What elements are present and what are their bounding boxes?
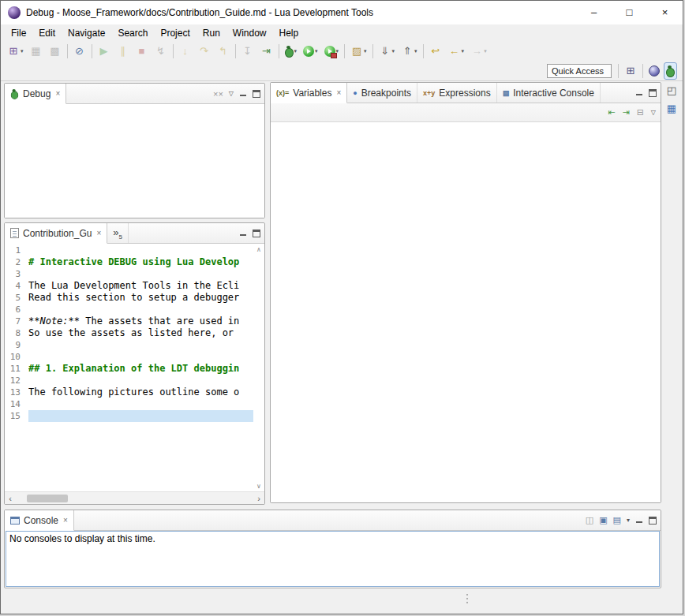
code-line[interactable]: 5Read this section to setup a debugger bbox=[5, 292, 253, 304]
close-icon[interactable]: × bbox=[336, 88, 341, 97]
code-line[interactable]: 10 bbox=[5, 351, 253, 363]
tab-console[interactable]: Console × bbox=[5, 510, 74, 531]
code-line[interactable]: 15 bbox=[5, 410, 253, 422]
minimize-view-icon[interactable] bbox=[239, 230, 247, 237]
scroll-up-icon[interactable]: ∧ bbox=[256, 245, 261, 255]
step-into-icon[interactable]: ↓ bbox=[177, 43, 194, 60]
run-icon[interactable]: ▾ bbox=[301, 43, 320, 60]
code-area[interactable]: 12# Interactive DEBUG using Lua Develop3… bbox=[5, 245, 253, 491]
ldt-perspective-icon[interactable] bbox=[646, 62, 662, 80]
dropdown-arrow-icon[interactable]: ▾ bbox=[484, 48, 487, 54]
code-line[interactable]: 14 bbox=[5, 398, 253, 410]
display-selected-console-icon[interactable]: ▣ bbox=[599, 515, 607, 525]
sash-grip[interactable] bbox=[466, 594, 468, 603]
restore-view-icon[interactable]: ◰ bbox=[667, 84, 676, 96]
code-line[interactable]: 1 bbox=[5, 245, 253, 256]
quick-access-box[interactable]: Quick Access bbox=[547, 64, 612, 78]
console-content[interactable]: No consoles to display at this time. bbox=[6, 531, 660, 587]
menu-help[interactable]: Help bbox=[273, 26, 305, 40]
resume-icon[interactable]: ▶ bbox=[95, 43, 113, 60]
collapse-all-icon[interactable]: ⊟ bbox=[637, 107, 644, 118]
menu-file[interactable]: File bbox=[5, 26, 32, 40]
save-icon[interactable]: ▦ bbox=[28, 43, 45, 60]
maximize-view-icon[interactable] bbox=[253, 90, 260, 98]
code-line[interactable]: 6 bbox=[5, 304, 253, 315]
maximize-window-button[interactable]: □ bbox=[612, 1, 647, 24]
close-icon[interactable]: × bbox=[63, 516, 68, 525]
debug-view-content[interactable] bbox=[5, 105, 264, 218]
close-icon[interactable]: × bbox=[96, 229, 101, 237]
view-menu-icon[interactable]: ▽ bbox=[229, 90, 234, 97]
forward-icon[interactable]: →▾ bbox=[468, 43, 489, 60]
dropdown-arrow-icon[interactable]: ▾ bbox=[462, 48, 465, 54]
debug-perspective-icon[interactable] bbox=[664, 62, 677, 80]
editor-horizontal-scrollbar[interactable]: ‹ › bbox=[5, 491, 264, 504]
scrollbar-thumb[interactable] bbox=[27, 495, 68, 502]
show-type-names-icon[interactable]: ⇤ bbox=[608, 107, 615, 118]
suspend-icon[interactable]: ∥ bbox=[114, 43, 132, 60]
external-tools-icon[interactable]: ▾ bbox=[322, 43, 342, 60]
save-all-icon[interactable]: ▩ bbox=[47, 43, 64, 60]
last-edit-location-icon[interactable]: ↩ bbox=[427, 43, 444, 60]
minimized-views-icon[interactable]: ▦ bbox=[667, 103, 676, 114]
dropdown-arrow-icon[interactable]: ▾ bbox=[414, 48, 417, 54]
mark-occurrences-icon[interactable]: ▨▾ bbox=[348, 43, 369, 60]
minimize-window-button[interactable]: – bbox=[576, 1, 612, 24]
maximize-view-icon[interactable] bbox=[649, 517, 657, 525]
drop-to-frame-icon[interactable]: ↧ bbox=[239, 43, 256, 60]
scroll-left-icon[interactable]: ‹ bbox=[5, 494, 16, 503]
menu-navigate[interactable]: Navigate bbox=[62, 26, 111, 40]
menu-edit[interactable]: Edit bbox=[32, 26, 62, 40]
open-console-dropdown-icon[interactable]: ▾ bbox=[627, 517, 630, 524]
minimize-view-icon[interactable] bbox=[635, 517, 643, 525]
tab-expressions[interactable]: x+yExpressions bbox=[417, 83, 497, 103]
dropdown-arrow-icon[interactable]: ▾ bbox=[392, 48, 395, 54]
step-return-icon[interactable]: ↰ bbox=[215, 43, 232, 60]
tab-breakpoints[interactable]: ●Breakpoints bbox=[347, 83, 417, 103]
variables-view-content[interactable] bbox=[271, 123, 661, 502]
close-icon[interactable]: × bbox=[55, 89, 60, 98]
open-console-icon[interactable]: ▤ bbox=[613, 515, 621, 525]
maximize-view-icon[interactable] bbox=[253, 230, 260, 237]
disconnect-icon[interactable]: ↯ bbox=[152, 43, 170, 60]
dropdown-arrow-icon[interactable]: ▾ bbox=[364, 48, 367, 54]
show-logical-structures-icon[interactable]: ⇥ bbox=[622, 107, 629, 118]
code-line[interactable]: 9 bbox=[5, 339, 253, 351]
tab-debug[interactable]: Debug × bbox=[5, 84, 66, 104]
back-icon[interactable]: ←▾ bbox=[446, 43, 467, 60]
menu-window[interactable]: Window bbox=[226, 26, 273, 40]
code-line[interactable]: 12 bbox=[5, 375, 253, 386]
scroll-down-icon[interactable]: ∨ bbox=[256, 481, 261, 491]
menu-run[interactable]: Run bbox=[197, 26, 226, 40]
tab-variables[interactable]: (x)=Variables× bbox=[271, 83, 347, 103]
code-line[interactable]: 11## 1. Explanation of the LDT debuggin bbox=[5, 363, 253, 375]
remove-all-terminated-icon[interactable]: ×× bbox=[213, 89, 223, 99]
tab-contribution-guide[interactable]: Contribution_Gu × bbox=[5, 223, 107, 244]
hidden-editors-chevron[interactable]: »5 bbox=[107, 223, 129, 243]
pin-console-icon[interactable]: ◫ bbox=[586, 515, 593, 525]
new-wizard-icon[interactable]: ⊞▾ bbox=[5, 43, 26, 60]
code-line[interactable]: 7**Note:** The assets that are used in bbox=[5, 315, 253, 327]
menu-project[interactable]: Project bbox=[154, 26, 196, 40]
dropdown-arrow-icon[interactable]: ▾ bbox=[315, 48, 318, 54]
dropdown-arrow-icon[interactable]: ▾ bbox=[21, 48, 24, 54]
step-over-icon[interactable]: ↷ bbox=[196, 43, 213, 60]
scroll-right-icon[interactable]: › bbox=[253, 494, 264, 503]
code-line[interactable]: 8So use the assets as listed here, or bbox=[5, 327, 253, 339]
debug-icon[interactable]: ▾ bbox=[283, 43, 300, 60]
code-line[interactable]: 3 bbox=[5, 268, 253, 280]
close-window-button[interactable]: × bbox=[647, 1, 683, 24]
menu-search[interactable]: Search bbox=[111, 26, 154, 40]
skip-all-breakpoints-icon[interactable]: ⊘ bbox=[71, 43, 88, 60]
maximize-view-icon[interactable] bbox=[649, 89, 657, 97]
editor-vertical-scrollbar[interactable]: ∧ ∨ bbox=[253, 245, 264, 491]
open-perspective-icon[interactable]: ⊞ bbox=[622, 62, 639, 80]
tab-interactive-console[interactable]: ▤Interactive Console bbox=[497, 83, 601, 103]
dropdown-arrow-icon[interactable]: ▾ bbox=[294, 48, 298, 54]
code-line[interactable]: 13The following pictures outline some o bbox=[5, 386, 253, 398]
code-line[interactable]: 4The Lua Development Tools in the Ecli bbox=[5, 280, 253, 292]
previous-annotation-icon[interactable]: ⇑▾ bbox=[399, 43, 420, 60]
next-annotation-icon[interactable]: ⇓▾ bbox=[376, 43, 398, 60]
code-line[interactable]: 2# Interactive DEBUG using Lua Develop bbox=[5, 256, 253, 268]
scrollbar-track[interactable] bbox=[16, 494, 253, 503]
